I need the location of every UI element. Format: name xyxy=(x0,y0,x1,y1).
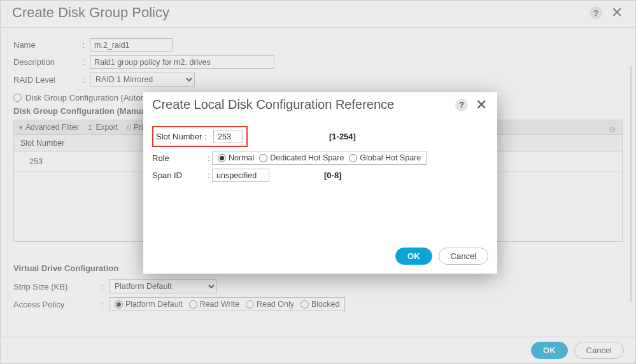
span-label: Span ID xyxy=(152,171,206,180)
ok-button[interactable]: OK xyxy=(395,248,432,265)
role-group: Normal Dedicated Hot Spare Global Hot Sp… xyxy=(212,151,427,165)
role-normal[interactable]: Normal xyxy=(218,153,254,162)
radio-icon xyxy=(349,154,357,162)
name-row: Name : xyxy=(13,38,623,52)
access-label: Access Policy xyxy=(13,300,96,309)
strip-label: Strip Size (KB) xyxy=(13,282,96,291)
radio-icon xyxy=(115,300,123,309)
name-input[interactable] xyxy=(90,38,173,52)
main-header: Create Disk Group Policy ? ✕ xyxy=(1,1,635,28)
strip-select[interactable]: Platform Default xyxy=(109,279,217,293)
scrollbar[interactable] xyxy=(630,66,632,302)
slot-label: Slot Number : xyxy=(156,132,209,141)
span-input[interactable] xyxy=(212,169,269,182)
access-group: Platform Default Read Write Read Only Bl… xyxy=(109,297,345,311)
close-icon[interactable]: ✕ xyxy=(474,98,488,112)
description-row: Description : xyxy=(13,55,623,69)
role-ghs[interactable]: Global Hot Spare xyxy=(349,153,421,162)
cancel-button[interactable]: Cancel xyxy=(439,248,488,265)
export-icon: ↥ xyxy=(87,123,93,131)
description-input[interactable] xyxy=(90,55,274,69)
close-icon[interactable]: ✕ xyxy=(610,6,624,20)
access-ro[interactable]: Read Only xyxy=(246,300,294,309)
radio-icon xyxy=(246,300,254,309)
slot-hint: [1-254] xyxy=(329,132,356,141)
filter-icon: ▾ xyxy=(19,123,23,131)
radio-icon xyxy=(189,300,197,309)
export-button[interactable]: ↥Export xyxy=(87,123,118,132)
main-header-icons: ? ✕ xyxy=(590,6,624,20)
modal-dialog: Create Local Disk Configuration Referenc… xyxy=(143,92,497,274)
raid-row: RAID Level : RAID 1 Mirrored xyxy=(13,73,623,87)
main-title: Create Disk Group Policy xyxy=(12,4,169,21)
config-auto-radio[interactable] xyxy=(13,94,22,102)
modal-footer: OK Cancel xyxy=(143,242,497,274)
description-label: Description xyxy=(13,57,77,67)
config-auto-label: Disk Group Configuration (Automatic) xyxy=(25,93,163,102)
name-label: Name xyxy=(13,40,77,50)
radio-icon xyxy=(259,154,267,162)
cancel-button[interactable]: Cancel xyxy=(574,342,624,359)
modal-header: Create Local Disk Configuration Referenc… xyxy=(143,92,497,118)
slot-input[interactable] xyxy=(213,130,243,143)
span-row: Span ID : [0-8] xyxy=(152,169,488,182)
role-row: Role : Normal Dedicated Hot Spare Global… xyxy=(152,151,488,165)
slot-row: Slot Number : [1-254] xyxy=(152,126,488,147)
access-rw[interactable]: Read Write xyxy=(189,300,239,309)
access-row: Access Policy : Platform Default Read Wr… xyxy=(13,297,623,311)
help-icon[interactable]: ? xyxy=(455,99,468,111)
modal-body: Slot Number : [1-254] Role : Normal Dedi… xyxy=(143,118,497,242)
filter-button[interactable]: ▾Advanced Filter xyxy=(19,123,78,132)
radio-icon xyxy=(300,300,309,309)
slot-highlight: Slot Number : xyxy=(152,126,248,147)
access-blocked[interactable]: Blocked xyxy=(300,300,339,309)
span-hint: [0-8] xyxy=(324,171,341,180)
access-platform[interactable]: Platform Default xyxy=(115,300,183,309)
gear-icon[interactable]: ☼ xyxy=(608,123,617,134)
raid-label: RAID Level xyxy=(13,75,77,85)
modal-header-icons: ? ✕ xyxy=(455,98,488,112)
modal-title: Create Local Disk Configuration Referenc… xyxy=(152,97,394,112)
role-label: Role xyxy=(152,153,206,163)
raid-select[interactable]: RAID 1 Mirrored xyxy=(90,73,195,87)
role-dhs[interactable]: Dedicated Hot Spare xyxy=(259,153,344,162)
main-footer: OK Cancel xyxy=(1,337,635,363)
radio-icon xyxy=(218,154,226,162)
strip-row: Strip Size (KB) : Platform Default xyxy=(13,279,623,293)
print-icon: ⎙ xyxy=(127,123,131,131)
ok-button[interactable]: OK xyxy=(531,342,568,359)
help-icon[interactable]: ? xyxy=(590,6,602,19)
